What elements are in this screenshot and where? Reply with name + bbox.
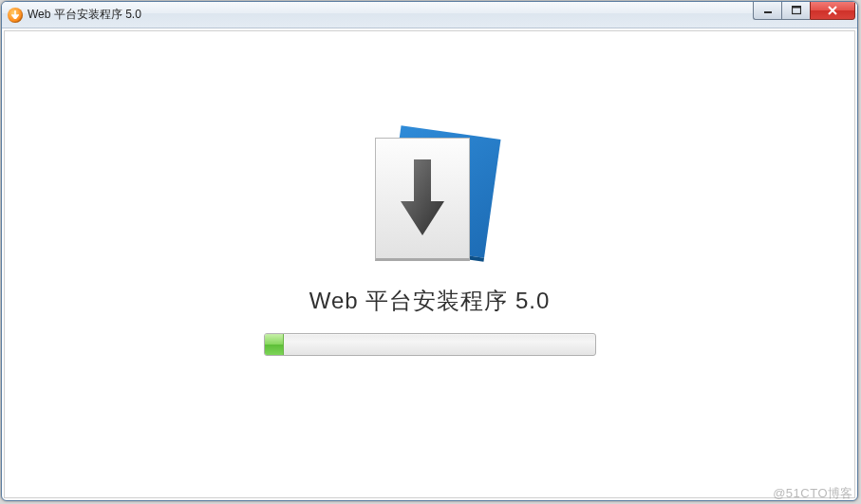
svg-rect-0 [764, 11, 772, 13]
progress-fill [265, 334, 285, 355]
watermark-text: @51CTO博客 [773, 485, 853, 502]
close-button[interactable] [810, 1, 855, 20]
logo-front-sheet [375, 138, 470, 261]
titlebar[interactable]: Web 平台安装程序 5.0 [2, 2, 857, 28]
content-area: Web 平台安装程序 5.0 [4, 30, 855, 498]
minimize-button[interactable] [753, 1, 781, 20]
installer-heading: Web 平台安装程序 5.0 [309, 286, 551, 316]
installer-logo [364, 126, 496, 269]
app-icon [8, 8, 23, 23]
svg-rect-2 [792, 7, 800, 9]
window-controls [753, 1, 855, 20]
maximize-button[interactable] [781, 1, 810, 20]
progress-bar [264, 333, 596, 356]
download-arrow-icon [397, 156, 448, 241]
window-title: Web 平台安装程序 5.0 [28, 7, 753, 23]
installer-window: Web 平台安装程序 5.0 [1, 1, 858, 501]
